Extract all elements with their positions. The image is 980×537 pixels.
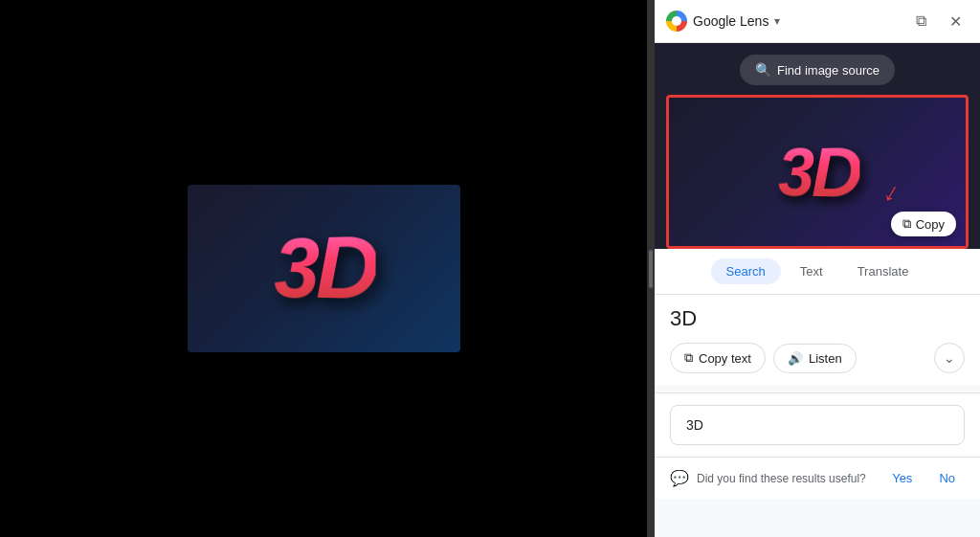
feedback-icon: 💬 — [670, 469, 689, 487]
google-lens-panel: Google Lens ▾ ⧉ ✕ 🔍 Find image source 3D… — [655, 0, 980, 537]
copy-overlay-icon: ⧉ — [902, 216, 911, 232]
feedback-no-button[interactable]: No — [929, 467, 965, 489]
lens-title-group: Google Lens ▾ — [666, 11, 780, 32]
find-source-label: Find image source — [777, 63, 880, 78]
lens-content[interactable]: 🔍 Find image source 3D ↓ ⧉ Copy Sea — [655, 43, 980, 537]
divider-handle — [649, 250, 653, 288]
3d-text-graphic: 3D — [275, 217, 376, 320]
tab-bar: Search Text Translate — [655, 249, 980, 295]
image-section: 🔍 Find image source 3D ↓ ⧉ Copy — [655, 43, 980, 249]
open-new-tab-button[interactable]: ⧉ — [907, 8, 934, 34]
tab-search[interactable]: Search — [711, 258, 781, 284]
feedback-yes-button[interactable]: Yes — [882, 467, 922, 489]
image-preview-container: 3D ↓ ⧉ Copy — [666, 95, 969, 249]
tab-text[interactable]: Text — [785, 258, 838, 284]
google-lens-logo — [666, 11, 687, 32]
listen-icon: 🔊 — [788, 351, 803, 366]
expand-button[interactable]: ⌄ — [934, 343, 965, 373]
tab-translate[interactable]: Translate — [842, 258, 924, 284]
lens-dropdown-icon[interactable]: ▾ — [774, 14, 780, 28]
lens-header: Google Lens ▾ ⧉ ✕ — [655, 0, 980, 43]
copy-text-label: Copy text — [699, 351, 751, 366]
search-input[interactable] — [670, 405, 965, 445]
search-box-section — [655, 392, 980, 457]
copy-image-button[interactable]: ⧉ Copy — [891, 212, 956, 236]
find-source-icon: 🔍 — [755, 62, 771, 78]
red-arrow-indicator: ↓ — [879, 176, 905, 210]
action-buttons: ⧉ Copy text 🔊 Listen ⌄ — [670, 343, 965, 373]
results-section: 3D ⧉ Copy text 🔊 Listen ⌄ — [655, 295, 980, 385]
panel-divider[interactable] — [647, 0, 655, 537]
preview-3d-text: 3D — [778, 131, 859, 213]
listen-button[interactable]: 🔊 Listen — [773, 344, 857, 373]
find-image-source-button[interactable]: 🔍 Find image source — [740, 55, 895, 85]
close-button[interactable]: ✕ — [942, 8, 969, 34]
copy-overlay-label: Copy — [916, 217, 945, 232]
feedback-text: Did you find these results useful? — [697, 472, 875, 485]
detected-text-result: 3D — [670, 306, 965, 331]
feedback-section: 💬 Did you find these results useful? Yes… — [655, 457, 980, 499]
header-icons: ⧉ ✕ — [907, 8, 969, 34]
lens-title: Google Lens — [693, 13, 768, 29]
left-panel: 3D — [0, 0, 647, 537]
main-image: 3D — [188, 185, 460, 352]
listen-label: Listen — [809, 351, 842, 366]
copy-text-button[interactable]: ⧉ Copy text — [670, 343, 766, 373]
copy-text-icon: ⧉ — [684, 350, 693, 366]
